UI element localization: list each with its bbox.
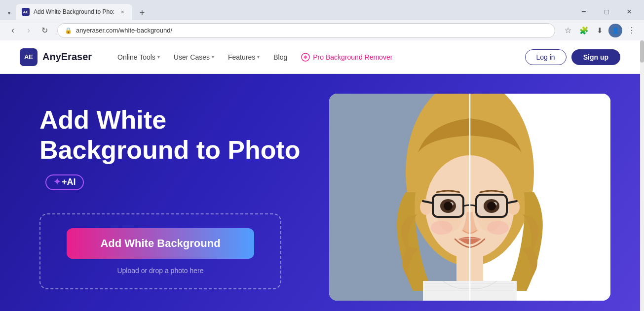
svg-point-20: [431, 221, 453, 235]
online-tools-chevron-icon: ▾: [157, 54, 160, 60]
tab-title: Add White Background to Pho:: [34, 8, 114, 15]
close-button[interactable]: ×: [618, 4, 640, 20]
tab-history-dropdown[interactable]: ▾: [4, 6, 14, 20]
svg-point-18: [444, 202, 453, 210]
scrollbar-thumb[interactable]: [640, 40, 644, 63]
logo[interactable]: AE AnyEraser: [20, 48, 92, 66]
pro-icon: [301, 53, 310, 62]
svg-point-19: [487, 202, 496, 210]
scrollbar-track: [640, 40, 644, 311]
ai-badge: ✦ +AI: [45, 174, 84, 190]
back-button[interactable]: ‹: [6, 24, 20, 37]
tab-strip: ▾ AE Add White Background to Pho: × + − …: [0, 0, 644, 20]
active-tab[interactable]: AE Add White Background to Pho: ×: [16, 4, 132, 20]
url-text: anyeraser.com/white-background/: [76, 27, 548, 34]
auth-buttons: Log in Sign up: [525, 49, 620, 65]
ai-plus-icon: ✦: [53, 177, 61, 187]
profile-button[interactable]: 👤: [608, 24, 622, 37]
hero-title-line1: Add White: [39, 105, 166, 134]
hero-left: Add White Background to Photo ✦ +AI Add …: [39, 105, 309, 289]
forward-button[interactable]: ›: [22, 24, 36, 37]
hero-title: Add White Background to Photo ✦ +AI: [39, 105, 309, 196]
browser-chrome: ▾ AE Add White Background to Pho: × + − …: [0, 0, 644, 40]
upload-hint-text: Upload or drop a photo here: [117, 267, 203, 275]
tab-close-button[interactable]: ×: [118, 8, 126, 16]
lock-icon: 🔒: [65, 27, 72, 34]
ai-text: +AI: [62, 177, 76, 187]
new-tab-button[interactable]: +: [135, 6, 149, 20]
user-cases-chevron-icon: ▾: [212, 54, 214, 60]
refresh-button[interactable]: ↻: [38, 24, 51, 37]
nav-pro[interactable]: Pro Background Remover: [295, 49, 398, 66]
logo-name: AnyEraser: [42, 51, 92, 63]
nav-features[interactable]: Features ▾: [222, 49, 265, 65]
features-chevron-icon: ▾: [257, 54, 260, 60]
hero-title-line2: Background to Photo: [39, 136, 301, 164]
nav-bar: ‹ › ↻ 🔒 anyeraser.com/white-background/ …: [0, 20, 644, 40]
main-nav: Online Tools ▾ User Cases ▾ Features ▾ B…: [112, 49, 525, 66]
logo-icon: AE: [20, 48, 38, 66]
hero-image-container: [329, 94, 610, 301]
address-bar[interactable]: 🔒 anyeraser.com/white-background/: [57, 23, 555, 38]
extensions-button[interactable]: 🧩: [577, 24, 591, 37]
download-button[interactable]: ⬇: [593, 24, 606, 37]
signup-button[interactable]: Sign up: [571, 49, 620, 65]
browser-menu-button[interactable]: ⋮: [624, 24, 638, 37]
add-white-background-button[interactable]: Add White Background: [67, 228, 254, 259]
login-button[interactable]: Log in: [525, 49, 567, 65]
site-header: AE AnyEraser Online Tools ▾ User Cases ▾…: [0, 40, 640, 74]
nav-online-tools[interactable]: Online Tools ▾: [112, 49, 166, 65]
maximize-button[interactable]: □: [596, 4, 617, 20]
page-content: AE AnyEraser Online Tools ▾ User Cases ▾…: [0, 40, 640, 311]
nav-blog[interactable]: Blog: [267, 49, 293, 65]
tab-favicon: AE: [22, 8, 30, 16]
hero-section: Add White Background to Photo ✦ +AI Add …: [0, 74, 640, 311]
bookmark-button[interactable]: ☆: [561, 24, 575, 37]
minimize-button[interactable]: −: [573, 4, 595, 20]
svg-point-21: [487, 221, 509, 235]
hero-image: [329, 94, 610, 301]
upload-zone[interactable]: Add White Background Upload or drop a ph…: [39, 213, 281, 289]
nav-user-cases[interactable]: User Cases ▾: [168, 49, 220, 65]
window-controls: − □ ×: [573, 4, 640, 20]
